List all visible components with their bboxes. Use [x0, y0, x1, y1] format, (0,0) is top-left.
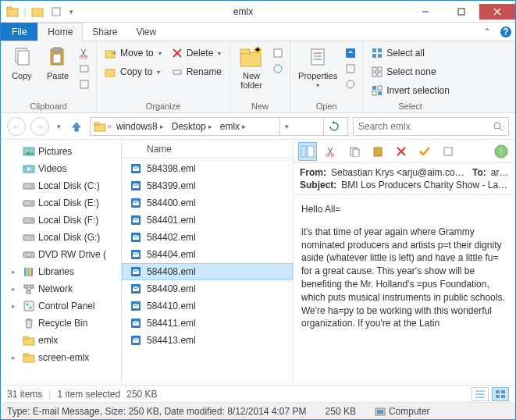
navigation-pane[interactable]: PicturesVideosLocal Disk (C:)Local Disk … — [1, 140, 122, 385]
paste-shortcut-icon[interactable] — [77, 77, 91, 91]
nav-item[interactable]: Local Disk (F:) — [1, 212, 121, 229]
minimize-button[interactable] — [407, 4, 443, 20]
select-none-button[interactable]: Select none — [368, 63, 453, 80]
close-button[interactable] — [479, 4, 515, 20]
share-tab[interactable]: Share — [83, 23, 126, 41]
crumb-1[interactable]: Desktop▸ — [169, 121, 215, 132]
nav-item[interactable]: Videos — [1, 160, 121, 177]
edit-icon[interactable] — [343, 62, 358, 76]
file-item[interactable]: 584413.eml — [122, 332, 293, 349]
cut-icon[interactable] — [77, 46, 91, 60]
tree-expander[interactable]: ▸ — [12, 268, 20, 276]
nav-item[interactable]: ▸screen-emlx — [1, 349, 121, 366]
file-item[interactable]: 584400.eml — [122, 194, 293, 212]
delete-icon — [171, 47, 183, 59]
maximize-button[interactable] — [443, 4, 479, 20]
nav-item[interactable]: DVD RW Drive ( — [1, 246, 121, 263]
file-item[interactable]: 584401.eml — [122, 212, 293, 229]
file-item[interactable]: 584398.eml — [122, 160, 293, 177]
select-group: Select all Select none Invert selection … — [363, 41, 457, 112]
copy-button[interactable]: Copy — [5, 43, 38, 82]
check-icon[interactable] — [415, 142, 434, 161]
nav-item[interactable]: Local Disk (G:) — [1, 229, 121, 246]
cut-icon[interactable] — [322, 142, 340, 161]
easy-access-icon[interactable] — [271, 62, 285, 76]
nav-item[interactable]: Local Disk (C:) — [1, 177, 121, 194]
preview-mode-icon[interactable] — [298, 142, 317, 161]
refresh-button[interactable] — [323, 118, 344, 135]
address-dropdown[interactable]: ▾ — [279, 118, 294, 135]
crumb-2[interactable]: emlx▸ — [217, 121, 249, 132]
breadcrumb[interactable]: « windows8▸ Desktop▸ emlx▸ ▾ — [90, 117, 348, 136]
help-icon[interactable]: ? — [496, 23, 515, 41]
videos-icon — [23, 162, 35, 175]
nav-item[interactable]: Local Disk (E:) — [1, 194, 121, 212]
properties-icon[interactable] — [439, 142, 457, 161]
svg-text:✦: ✦ — [254, 44, 262, 55]
tree-expander[interactable]: ▸ — [12, 285, 20, 293]
new-folder-button[interactable]: ✦ New folder — [235, 43, 268, 91]
nav-item[interactable]: emlx — [1, 332, 121, 349]
icons-view-button[interactable] — [492, 387, 509, 401]
file-item[interactable]: 584399.eml — [122, 177, 293, 194]
new-folder-icon[interactable] — [29, 3, 46, 20]
svg-rect-83 — [23, 354, 28, 356]
breadcrumb-chev[interactable]: « — [108, 123, 112, 130]
up-button[interactable] — [68, 118, 85, 135]
shell-icon[interactable] — [492, 142, 511, 161]
history-dropdown[interactable]: ▾ — [54, 123, 63, 130]
details-view-button[interactable] — [472, 387, 489, 401]
file-item[interactable]: 584408.eml — [122, 263, 293, 280]
svg-rect-107 — [308, 146, 314, 157]
file-item[interactable]: 584404.eml — [122, 246, 293, 263]
ribbon-collapse-icon[interactable]: ⌃ — [478, 23, 496, 41]
search-input[interactable] — [358, 121, 488, 132]
qat-dropdown-icon[interactable]: ▾ — [66, 3, 76, 20]
nav-item[interactable]: Recycle Bin — [1, 315, 121, 332]
column-header-name[interactable]: Name — [122, 140, 293, 158]
paste-button[interactable]: Paste — [41, 43, 74, 82]
svg-rect-14 — [53, 54, 61, 63]
tree-expander[interactable]: ▸ — [12, 302, 20, 310]
invert-selection-button[interactable]: Invert selection — [368, 82, 453, 99]
back-button[interactable]: ← — [7, 117, 26, 136]
copy-icon[interactable] — [345, 142, 364, 161]
home-tab[interactable]: Home — [37, 23, 83, 41]
crumb-0[interactable]: windows8▸ — [113, 121, 167, 132]
nav-item[interactable]: ▸Libraries — [1, 263, 121, 280]
nav-item[interactable]: ▸Control Panel — [1, 297, 121, 315]
file-item[interactable]: 584402.eml — [122, 229, 293, 246]
disk-icon — [23, 180, 35, 192]
properties-button[interactable]: Properties ▾ — [295, 43, 340, 91]
nav-item[interactable]: Pictures — [1, 143, 121, 160]
search-icon[interactable] — [493, 121, 504, 132]
explorer-icon[interactable] — [4, 3, 21, 20]
nav-item[interactable]: ▸Network — [1, 280, 121, 297]
file-tab[interactable]: File — [1, 23, 37, 41]
view-tab[interactable]: View — [126, 23, 165, 41]
copy-to-button[interactable]: Copy to▾ — [101, 63, 165, 80]
open-icon[interactable] — [343, 46, 358, 60]
file-item[interactable]: 584410.eml — [122, 297, 293, 315]
rename-button[interactable]: Rename — [168, 63, 225, 80]
paste-icon[interactable] — [368, 142, 387, 161]
select-all-button[interactable]: Select all — [368, 44, 453, 62]
svg-rect-79 — [27, 319, 31, 320]
forward-button[interactable]: → — [30, 117, 49, 136]
tree-expander[interactable]: ▸ — [12, 354, 20, 361]
file-name: 584402.eml — [147, 232, 196, 243]
preview-body[interactable]: Hello All= it's that time of year again … — [294, 195, 515, 385]
svg-rect-13 — [53, 48, 61, 52]
search-box[interactable] — [353, 117, 509, 136]
file-item[interactable]: 584409.eml — [122, 280, 293, 297]
file-item[interactable]: 584411.eml — [122, 315, 293, 332]
move-to-button[interactable]: Move to▾ — [101, 44, 165, 62]
qat-item-icon[interactable] — [48, 3, 65, 20]
to-label: To: — [472, 167, 486, 178]
file-items[interactable]: 584398.eml584399.eml584400.eml584401.eml… — [122, 158, 293, 385]
new-item-icon[interactable] — [271, 46, 285, 60]
delete-button[interactable]: Delete▾ — [168, 44, 225, 62]
history-icon[interactable] — [343, 77, 358, 91]
delete-icon[interactable] — [392, 142, 411, 161]
copy-path-icon[interactable] — [77, 62, 91, 76]
